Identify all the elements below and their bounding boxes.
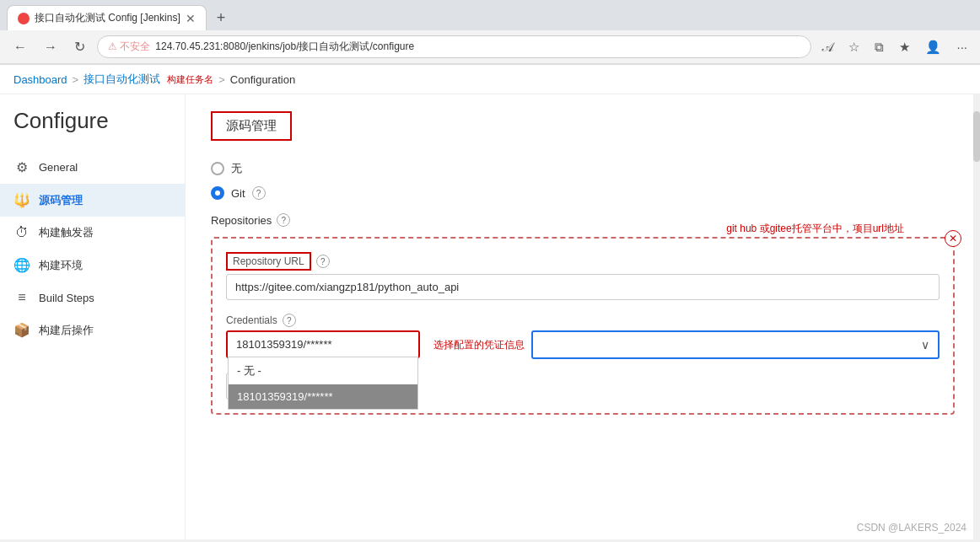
nav-icons: 𝒜 ☆ ⧉ ★ 👤 ···: [818, 38, 972, 56]
repo-url-field-group: Repository URL ?: [226, 252, 940, 300]
repo-url-help-icon[interactable]: ?: [316, 255, 330, 268]
breadcrumb-sep1: >: [73, 73, 79, 86]
remove-repo-button[interactable]: ✕: [945, 230, 961, 247]
sidebar-label-build-triggers: 构建触发器: [39, 225, 94, 240]
profile-button[interactable]: 👤: [921, 38, 945, 56]
credentials-field-group: Credentials ? - 无 - 18101359319/******: [226, 314, 940, 359]
page-title: Configure: [0, 108, 185, 151]
breadcrumb-sep2: >: [218, 73, 225, 86]
repositories-help-icon[interactable]: ?: [277, 213, 290, 227]
clock-icon: ⏱: [13, 225, 30, 240]
sidebar-label-post-build: 构建后操作: [39, 323, 94, 338]
git-help-icon[interactable]: ?: [252, 186, 266, 200]
credentials-label: Credentials: [226, 314, 277, 326]
repo-url-label-row: Repository URL ?: [226, 252, 940, 271]
sidebar-item-build-steps[interactable]: ≡ Build Steps: [0, 282, 185, 314]
radio-git[interactable]: Git ?: [211, 186, 955, 200]
split-view-button[interactable]: ⧉: [870, 38, 888, 56]
radio-group: 无 Git ?: [211, 161, 955, 200]
address-bar[interactable]: ⚠ 不安全 124.70.45.231:8080/jenkins/job/接口自…: [97, 35, 811, 58]
sidebar-item-build-triggers[interactable]: ⏱ 构建触发器: [0, 217, 185, 249]
repo-url-input[interactable]: [226, 274, 940, 300]
radio-git-label: Git: [231, 187, 245, 200]
breadcrumb-dashboard[interactable]: Dashboard: [13, 73, 67, 86]
credentials-annotation: 选择配置的凭证信息: [433, 338, 525, 352]
tab-close-button[interactable]: ✕: [186, 12, 196, 25]
sidebar: Configure ⚙ General 🔱 源码管理 ⏱ 构建触发器 🌐 构建环…: [0, 94, 186, 539]
dropdown-item-selected[interactable]: 18101359319/******: [229, 384, 417, 409]
post-build-icon: 📦: [13, 322, 30, 338]
watermark: CSDN @LAKERS_2024: [857, 522, 967, 534]
gear-icon: ⚙: [13, 159, 30, 175]
back-button[interactable]: ←: [8, 38, 32, 56]
security-warning: ⚠ 不安全: [108, 40, 150, 54]
more-button[interactable]: ···: [952, 38, 972, 56]
section-header: 源码管理: [211, 111, 292, 141]
sidebar-item-general[interactable]: ⚙ General: [0, 151, 185, 184]
scrollbar-thumb[interactable]: [973, 111, 980, 162]
credentials-dropdown-list: - 无 - 18101359319/******: [228, 357, 418, 410]
credentials-right-dropdown[interactable]: ∨: [531, 330, 940, 359]
sidebar-label-general: General: [39, 161, 78, 174]
tab-favicon: [18, 13, 30, 24]
sidebar-label-source-control: 源码管理: [39, 193, 83, 208]
browser-tab[interactable]: 接口自动化测试 Config [Jenkins] ✕: [7, 5, 207, 30]
breadcrumb-current: Configuration: [230, 73, 295, 86]
credentials-dropdown-box: - 无 - 18101359319/******: [226, 330, 420, 358]
steps-icon: ≡: [13, 290, 30, 305]
breadcrumb: Dashboard > 接口自动化测试 构建任务名 > Configuratio…: [0, 65, 980, 94]
radio-none[interactable]: 无: [211, 161, 955, 176]
url-text: 124.70.45.231:8080/jenkins/job/接口自动化测试/c…: [155, 40, 800, 54]
bookmark-button[interactable]: ☆: [844, 38, 864, 56]
nav-bar: ← → ↻ ⚠ 不安全 124.70.45.231:8080/jenkins/j…: [0, 30, 980, 64]
scrollbar[interactable]: [973, 94, 980, 539]
sidebar-item-post-build[interactable]: 📦 构建后操作: [0, 314, 185, 346]
read-mode-button[interactable]: 𝒜: [818, 38, 837, 56]
credentials-input[interactable]: [228, 332, 418, 357]
page-wrapper: Dashboard > 接口自动化测试 构建任务名 > Configuratio…: [0, 65, 980, 539]
dropdown-item-none[interactable]: - 无 -: [229, 357, 417, 384]
sidebar-label-build-steps: Build Steps: [39, 292, 94, 304]
env-icon: 🌐: [13, 257, 30, 273]
sidebar-item-source-control[interactable]: 🔱 源码管理: [0, 184, 185, 217]
breadcrumb-annotation: 构建任务名: [167, 73, 213, 86]
tab-bar: 接口自动化测试 Config [Jenkins] ✕ +: [0, 0, 980, 30]
credentials-row: - 无 - 18101359319/****** 选择配置的凭证信息 ∨: [226, 330, 940, 359]
credentials-label-row: Credentials ?: [226, 314, 940, 327]
forward-button[interactable]: →: [39, 38, 62, 56]
radio-none-circle[interactable]: [211, 162, 224, 175]
chevron-down-icon: ∨: [921, 338, 929, 351]
credentials-help-icon[interactable]: ?: [283, 314, 296, 327]
repo-url-label: Repository URL: [226, 252, 311, 271]
content-area: 源码管理 无 Git ? Repositories ? g: [186, 94, 980, 539]
refresh-button[interactable]: ↻: [69, 37, 90, 56]
annotation-bubble: git hub 或gitee托管平台中，项目url地址: [726, 222, 904, 236]
radio-git-circle[interactable]: [211, 186, 224, 200]
repo-container: ✕ Repository URL ? Credentials ?: [211, 237, 955, 415]
tab-title: 接口自动化测试 Config [Jenkins]: [35, 11, 180, 25]
sidebar-label-build-env: 构建环境: [39, 258, 83, 273]
browser-chrome: 接口自动化测试 Config [Jenkins] ✕ + ← → ↻ ⚠ 不安全…: [0, 0, 980, 65]
radio-none-label: 无: [231, 161, 242, 176]
collections-button[interactable]: ★: [895, 38, 914, 56]
breadcrumb-job[interactable]: 接口自动化测试: [83, 72, 160, 87]
sidebar-item-build-env[interactable]: 🌐 构建环境: [0, 249, 185, 282]
new-tab-button[interactable]: +: [210, 6, 233, 30]
source-control-icon: 🔱: [13, 192, 30, 208]
main-layout: Configure ⚙ General 🔱 源码管理 ⏱ 构建触发器 🌐 构建环…: [0, 94, 980, 539]
